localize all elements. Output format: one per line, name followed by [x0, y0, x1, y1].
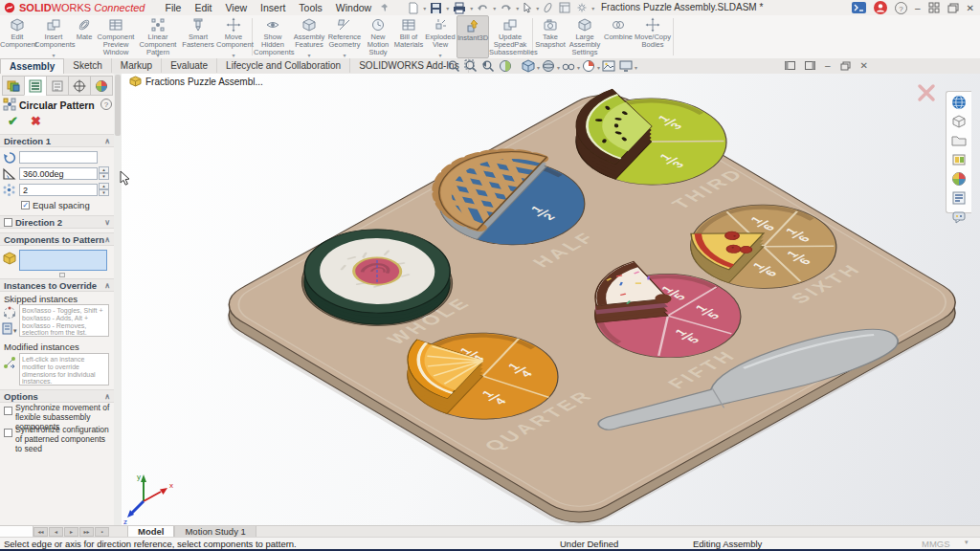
property-manager-tab[interactable] — [24, 76, 47, 96]
menu-file[interactable]: File — [158, 2, 188, 13]
tab-evaluate[interactable]: Evaluate — [162, 58, 217, 73]
selection-box-resize-handle[interactable] — [59, 273, 65, 277]
section-view-icon[interactable] — [499, 59, 512, 75]
close-button[interactable]: ✕ — [967, 3, 974, 13]
pane-right-icon[interactable] — [805, 61, 815, 70]
display-manager-tab[interactable] — [90, 76, 113, 96]
appearances-icon[interactable] — [951, 171, 967, 188]
minimize-button[interactable]: – — [915, 3, 921, 13]
apps-grid-button[interactable] — [928, 2, 940, 13]
configuration-manager-tab[interactable] — [46, 76, 69, 96]
forum-icon[interactable] — [951, 209, 967, 227]
ribbon-show-hidden-components[interactable]: Show Hidden Components — [254, 15, 292, 58]
console-icon[interactable] — [852, 2, 866, 13]
sync-movement-checkbox[interactable] — [4, 407, 12, 415]
ribbon-insert-components[interactable]: Insert Components▾ — [34, 15, 73, 58]
pane-left-icon[interactable] — [785, 61, 795, 70]
tab-lifecycle-collaboration[interactable]: Lifecycle and Collaboration — [217, 58, 350, 73]
model-scene[interactable]: 1 2 1 3 1 3 — [122, 74, 980, 525]
pin-menu-icon[interactable] — [380, 3, 390, 12]
save-icon[interactable] — [430, 2, 442, 14]
ribbon-update-speedpak[interactable]: Update SpeedPak Subassemblies — [489, 15, 531, 58]
edit-appearance-icon[interactable] — [582, 59, 595, 75]
ribbon-exploded-view[interactable]: Exploded View▾ — [424, 15, 457, 58]
cancel-button[interactable]: ✖ — [31, 114, 41, 128]
components-selection-box[interactable] — [19, 250, 107, 271]
new-document-icon[interactable] — [408, 2, 419, 14]
doc-close-button[interactable]: ✕ — [860, 60, 868, 71]
view-orientation-icon[interactable] — [522, 59, 535, 75]
ribbon-linear-component-pattern[interactable]: Linear Component Pattern▾ — [136, 15, 180, 58]
ribbon-bill-of-materials[interactable]: Bill of Materials — [393, 15, 424, 58]
skipped-instances-box[interactable]: Box/lasso - Toggles, Shift + box/lasso -… — [19, 304, 109, 337]
file-explorer-icon[interactable] — [951, 133, 967, 150]
view-settings-icon[interactable] — [619, 59, 633, 75]
puzzle-board[interactable]: 1 2 1 3 1 3 — [174, 74, 980, 525]
ok-button[interactable]: ✔ — [8, 114, 18, 128]
3dexperience-icon[interactable] — [951, 95, 967, 112]
rebuild-icon[interactable] — [543, 2, 553, 13]
confirmation-corner-cancel-icon[interactable] — [920, 86, 933, 99]
menu-view[interactable]: View — [218, 2, 254, 13]
ribbon-move-copy-bodies[interactable]: Move/Copy Bodies — [634, 15, 672, 58]
tab-list-button[interactable]: ▪ — [95, 527, 109, 537]
menu-window[interactable]: Window — [329, 2, 378, 13]
graphics-viewport[interactable]: Fractions Puzzle Assembl... — [122, 74, 980, 525]
redo-icon[interactable] — [500, 2, 512, 13]
design-library-icon[interactable] — [951, 152, 967, 169]
ribbon-reference-geometry[interactable]: Reference Geometry▾ — [326, 15, 363, 58]
apply-scene-icon[interactable] — [602, 59, 615, 75]
units-indicator[interactable]: MMGS — [922, 539, 950, 549]
ribbon-instant3d[interactable]: Instant3D — [457, 15, 489, 58]
units-dropdown-caret[interactable]: ▾ — [965, 539, 969, 546]
panel-scrollbar-thumb[interactable] — [115, 75, 121, 136]
selection-filter-icon[interactable]: ▾ — [2, 322, 17, 337]
equal-spacing-checkbox[interactable]: ✓ — [21, 201, 30, 209]
ribbon-mate[interactable]: Mate — [73, 15, 96, 58]
ribbon-take-snapshot[interactable]: Take Snapshot — [534, 15, 567, 58]
custom-properties-icon[interactable] — [951, 190, 967, 208]
ribbon-move-component[interactable]: Move Component▾ — [216, 15, 251, 58]
panel-help-icon[interactable]: ? — [100, 99, 112, 112]
select-icon[interactable] — [523, 2, 532, 13]
assets-box-icon[interactable] — [951, 114, 967, 131]
instance-count-input[interactable]: 2 — [19, 184, 98, 196]
angle-input[interactable]: 360.00deg — [19, 167, 98, 180]
tab-markup[interactable]: Markup — [112, 58, 162, 73]
ribbon-edit-component[interactable]: Edit Component — [0, 15, 34, 58]
doc-minimize-button[interactable]: – — [825, 60, 831, 71]
feature-manager-tab[interactable] — [2, 76, 25, 96]
instance-count-spinner[interactable]: ▴▾ — [99, 183, 109, 197]
sync-configuration-checkbox[interactable] — [4, 429, 12, 437]
hide-show-items-icon[interactable] — [562, 59, 575, 75]
print-icon[interactable] — [453, 2, 466, 14]
tab-scroll-last[interactable]: ▸▸ — [79, 527, 94, 537]
user-avatar[interactable] — [874, 1, 887, 14]
section-components-to-pattern[interactable]: Components to Pattern∧ — [0, 232, 114, 246]
section-direction1[interactable]: Direction 1∧ — [0, 134, 114, 147]
section-options[interactable]: Options∧ — [0, 389, 114, 403]
tab-sketch[interactable]: Sketch — [64, 58, 112, 73]
restore-button[interactable] — [947, 3, 959, 13]
modified-instances-box[interactable]: Left-click an instance modifier to overr… — [19, 353, 109, 386]
menu-edit[interactable]: Edit — [188, 2, 218, 13]
menu-tools[interactable]: Tools — [292, 2, 329, 13]
file-properties-icon[interactable] — [559, 2, 570, 13]
tab-scroll-prev[interactable]: ◂ — [49, 527, 63, 537]
ribbon-smart-fasteners[interactable]: Smart Fasteners — [180, 15, 216, 58]
ribbon-component-preview-window[interactable]: Component Preview Window — [96, 15, 136, 58]
tab-assembly[interactable]: Assembly — [0, 58, 64, 74]
help-icon[interactable]: ? — [895, 2, 907, 14]
tab-scroll-first[interactable]: ◂◂ — [33, 527, 48, 537]
ribbon-large-assembly-settings[interactable]: Large Assembly Settings — [567, 15, 603, 58]
undo-icon[interactable] — [477, 2, 489, 13]
zoom-to-area-icon[interactable] — [464, 59, 478, 75]
tab-scroll-next[interactable]: ▸ — [64, 527, 78, 537]
pattern-axis-input[interactable] — [19, 151, 98, 164]
zoom-to-fit-icon[interactable] — [447, 59, 460, 75]
ribbon-new-motion-study[interactable]: New Motion Study — [363, 15, 393, 58]
display-style-icon[interactable] — [542, 59, 555, 75]
dimxpert-manager-tab[interactable] — [68, 76, 91, 96]
options-gear-icon[interactable] — [576, 2, 588, 13]
ribbon-assembly-features[interactable]: Assembly Features▾ — [292, 15, 326, 58]
